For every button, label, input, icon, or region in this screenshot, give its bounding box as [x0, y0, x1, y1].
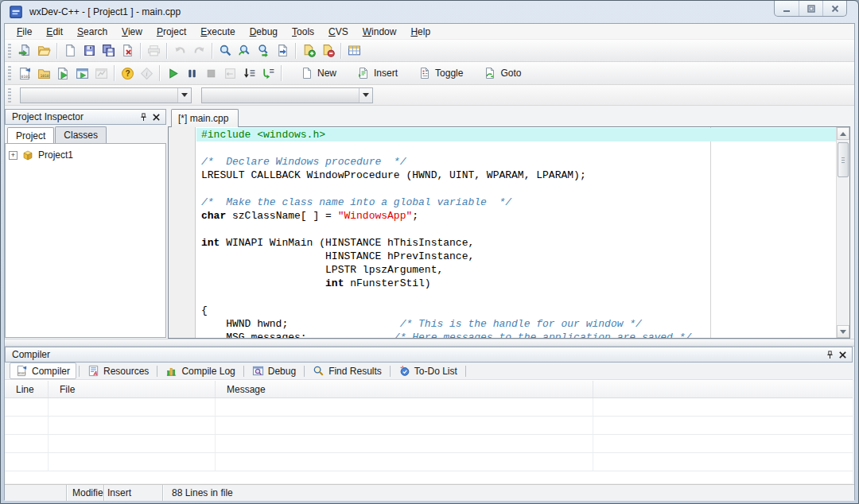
- save-button[interactable]: [80, 41, 99, 60]
- project-tree[interactable]: + Project1: [5, 143, 166, 338]
- insert-button[interactable]: Insert: [352, 65, 402, 81]
- pin-panel-button[interactable]: [137, 111, 150, 123]
- tree-item-label: Project1: [38, 149, 73, 161]
- close-button[interactable]: [822, 1, 846, 16]
- run-button[interactable]: [72, 64, 91, 83]
- menu-bar: File Edit Search View Project Execute De…: [5, 24, 854, 40]
- compile-and-run-button[interactable]: [53, 64, 72, 83]
- menu-window[interactable]: Window: [356, 25, 404, 39]
- debug-button[interactable]: [163, 64, 182, 83]
- close-file-button[interactable]: [118, 41, 137, 60]
- class-combo-dropdown[interactable]: [359, 88, 372, 103]
- scroll-up-button[interactable]: [837, 127, 849, 140]
- next-step-button[interactable]: [239, 64, 258, 83]
- menu-cvs[interactable]: CVS: [321, 25, 356, 39]
- menu-search[interactable]: Search: [70, 25, 115, 39]
- column-header-line[interactable]: Line: [5, 381, 49, 397]
- code-editor-surface[interactable]: #include <windows.h> /* Declare Windows …: [196, 127, 836, 338]
- undo-button[interactable]: [170, 41, 189, 60]
- menu-help[interactable]: Help: [403, 25, 437, 39]
- class-combo[interactable]: [201, 87, 373, 103]
- open-file-button[interactable]: [34, 41, 53, 60]
- redo-button[interactable]: [189, 41, 208, 60]
- tab-todo-list[interactable]: To-Do List: [393, 363, 463, 378]
- goto-line-button[interactable]: [273, 41, 292, 60]
- new-file-button[interactable]: [60, 41, 80, 60]
- tree-expander[interactable]: +: [9, 151, 17, 160]
- remove-from-project-button[interactable]: [318, 41, 337, 60]
- minimize-button[interactable]: [775, 1, 799, 16]
- editor-vertical-scrollbar[interactable]: [836, 127, 849, 338]
- editor-gutter[interactable]: [169, 127, 196, 338]
- project-options-button[interactable]: [344, 41, 363, 60]
- pin-panel-button[interactable]: [823, 349, 836, 361]
- tab-compile-log[interactable]: Compile Log: [160, 363, 240, 378]
- tab-compiler[interactable]: 0101 Compiler: [10, 362, 76, 379]
- about-button[interactable]: i: [137, 64, 156, 83]
- column-header-message[interactable]: Message: [216, 381, 593, 397]
- toolbar-grip[interactable]: [8, 88, 11, 103]
- close-icon: [152, 113, 161, 122]
- editor-tab-main-cpp[interactable]: [*] main.cpp: [171, 109, 239, 127]
- close-panel-button[interactable]: [836, 349, 849, 361]
- project-inspector-header[interactable]: Project Inspector: [5, 109, 166, 125]
- close-panel-button[interactable]: [150, 111, 162, 123]
- tab-project[interactable]: Project: [7, 127, 54, 143]
- help-button[interactable]: ?: [118, 64, 137, 83]
- toolbar-separator: [166, 43, 167, 59]
- rebuild-all-icon: 1010: [37, 67, 51, 80]
- title-bar[interactable]: wxDev-C++ - [ Project1 ] - main.cpp: [1, 1, 858, 23]
- chevron-down-icon: [181, 93, 188, 97]
- reset-icon: [223, 67, 237, 80]
- print-button[interactable]: [144, 41, 163, 60]
- find-next-button[interactable]: [254, 41, 273, 60]
- pause-button[interactable]: [182, 64, 201, 83]
- step-into-button[interactable]: [258, 64, 278, 83]
- menu-edit[interactable]: Edit: [39, 25, 70, 39]
- client-area: File Edit Search View Project Execute De…: [4, 23, 855, 500]
- toolbar-grip[interactable]: [8, 66, 11, 80]
- profile-button[interactable]: [91, 64, 111, 83]
- close-file-icon: [121, 44, 134, 57]
- compiler-combo[interactable]: [20, 87, 192, 103]
- horizontal-splitter[interactable]: [5, 339, 854, 347]
- reset-button[interactable]: [220, 64, 239, 83]
- compiler-tabs: 0101 Compiler A Resources Compile Log De…: [5, 362, 853, 380]
- tab-find-results[interactable]: Find Results: [307, 363, 387, 378]
- minimize-icon: [782, 4, 791, 14]
- compiler-panel-header[interactable]: Compiler: [5, 347, 853, 362]
- menu-project[interactable]: Project: [150, 25, 193, 39]
- goto-icon: [484, 67, 496, 79]
- open-project-button[interactable]: [15, 41, 34, 60]
- toolbar-grip[interactable]: [8, 44, 11, 58]
- scroll-down-button[interactable]: [837, 325, 849, 338]
- toggle-button[interactable]: Toggle: [414, 65, 468, 81]
- goto-button[interactable]: Goto: [479, 65, 526, 81]
- menu-execute[interactable]: Execute: [193, 25, 242, 39]
- tab-compile-log-label: Compile Log: [181, 366, 235, 377]
- column-header-file[interactable]: File: [49, 381, 216, 397]
- find-button[interactable]: [216, 41, 235, 60]
- tab-find-results-label: Find Results: [328, 366, 382, 377]
- compile-button[interactable]: 0101: [15, 64, 34, 83]
- tab-debug[interactable]: Debug: [247, 363, 301, 378]
- tab-classes[interactable]: Classes: [55, 126, 107, 143]
- toolbar-separator: [159, 65, 160, 81]
- scrollbar-thumb[interactable]: [838, 142, 849, 177]
- new-button[interactable]: New: [296, 65, 341, 81]
- stop-button[interactable]: [201, 64, 220, 83]
- save-all-button[interactable]: [99, 41, 118, 60]
- tree-item-project1[interactable]: + Project1: [9, 149, 162, 161]
- replace-button[interactable]: [235, 41, 254, 60]
- menu-tools[interactable]: Tools: [285, 25, 321, 39]
- compiler-combo-dropdown[interactable]: [177, 88, 191, 103]
- menu-view[interactable]: View: [115, 25, 150, 39]
- build-toolbar: 0101 1010 ? i: [5, 62, 854, 85]
- restore-button[interactable]: [799, 1, 822, 16]
- resources-tab-icon: A: [87, 365, 99, 377]
- add-to-project-button[interactable]: [299, 41, 318, 60]
- menu-file[interactable]: File: [10, 25, 39, 39]
- rebuild-all-button[interactable]: 1010: [34, 64, 53, 83]
- tab-resources[interactable]: A Resources: [82, 363, 154, 378]
- menu-debug[interactable]: Debug: [243, 25, 285, 39]
